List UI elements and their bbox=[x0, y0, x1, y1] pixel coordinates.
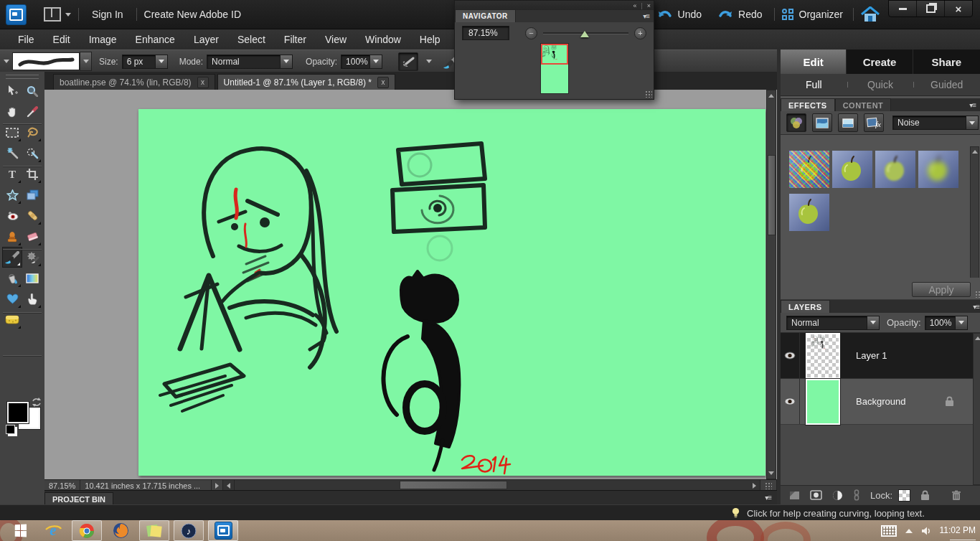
spot-healing-brush-tool[interactable] bbox=[22, 205, 42, 226]
eyedropper-tool[interactable] bbox=[22, 101, 42, 122]
edit-mode-guided[interactable]: Guided bbox=[913, 79, 980, 90]
horizontal-scrollbar[interactable] bbox=[235, 480, 749, 491]
brush-settings-dropdown[interactable] bbox=[423, 53, 435, 70]
apply-button[interactable]: Apply bbox=[912, 282, 971, 297]
tray-show-hidden-icon[interactable] bbox=[905, 529, 913, 533]
effect-thumb-noise[interactable] bbox=[789, 151, 829, 188]
resize-grip[interactable] bbox=[760, 480, 777, 491]
zoom-slider[interactable] bbox=[543, 32, 628, 34]
zoom-out-button[interactable]: − bbox=[525, 27, 537, 39]
document-tab-untitled1[interactable]: Untitled-1 @ 87.1% (Layer 1, RGB/8) * x bbox=[217, 74, 395, 90]
effects-scrollbar[interactable] bbox=[970, 146, 979, 290]
background-visibility-toggle[interactable] bbox=[781, 379, 800, 424]
background-thumbnail[interactable] bbox=[806, 379, 840, 425]
effect-thumb-original[interactable] bbox=[832, 151, 872, 188]
taskbar-firefox-icon[interactable] bbox=[106, 521, 135, 540]
canvas[interactable] bbox=[138, 109, 765, 476]
magic-wand-tool[interactable] bbox=[2, 143, 22, 164]
smart-brush-tool[interactable] bbox=[22, 247, 42, 268]
delete-layer-button[interactable] bbox=[951, 490, 961, 501]
document-tab-boatline[interactable]: boatline.pse @ 74.1% (lin, RGB/8) x bbox=[53, 74, 215, 90]
foreground-color-swatch[interactable] bbox=[7, 402, 29, 423]
paint-bucket-tool[interactable] bbox=[2, 268, 22, 288]
opacity-dropdown[interactable]: 100% bbox=[341, 55, 382, 69]
menu-enhance[interactable]: Enhance bbox=[126, 29, 184, 50]
arrange-button[interactable] bbox=[44, 7, 71, 22]
restore-button[interactable] bbox=[917, 1, 945, 17]
lock-transparency-button[interactable] bbox=[898, 489, 910, 502]
menu-file[interactable]: File bbox=[9, 29, 44, 50]
effects-category-dropdown[interactable]: Noise bbox=[892, 116, 979, 130]
menu-filter[interactable]: Filter bbox=[275, 29, 316, 50]
tray-volume-icon[interactable] bbox=[921, 526, 931, 536]
tab-edit[interactable]: Edit bbox=[781, 50, 846, 74]
shape-tool[interactable] bbox=[2, 288, 22, 309]
new-layer-button[interactable] bbox=[789, 491, 800, 500]
tab-create[interactable]: Create bbox=[846, 50, 912, 74]
navigator-collapse-icon[interactable]: « bbox=[633, 2, 636, 9]
layer1-thumbnail[interactable] bbox=[806, 333, 840, 379]
layer1-name[interactable]: Layer 1 bbox=[856, 350, 887, 361]
layer-row-background[interactable]: Background bbox=[781, 379, 974, 425]
status-options-arrow[interactable] bbox=[212, 480, 223, 491]
mode-dropdown[interactable]: Normal bbox=[207, 55, 293, 69]
panel-resize-grip[interactable] bbox=[975, 291, 980, 298]
navigator-resize-grip[interactable] bbox=[645, 90, 652, 98]
zoom-level-field[interactable]: 87.15% bbox=[44, 480, 80, 491]
tray-keyboard-icon[interactable] bbox=[881, 525, 897, 537]
smudge-tool[interactable] bbox=[22, 288, 42, 309]
redo-button[interactable]: Redo bbox=[717, 9, 762, 20]
navigator-viewport-rect[interactable] bbox=[541, 44, 568, 65]
navigator-panel-menu-icon[interactable]: ▾≡ bbox=[643, 12, 649, 20]
minimize-button[interactable] bbox=[889, 1, 917, 17]
gradient-tool[interactable] bbox=[22, 268, 42, 288]
lasso-tool[interactable] bbox=[22, 122, 42, 143]
new-adjustment-layer-button[interactable] bbox=[832, 490, 843, 501]
move-tool[interactable] bbox=[2, 80, 22, 101]
taskbar-pse-icon[interactable] bbox=[208, 520, 238, 541]
layers-scrollbar[interactable] bbox=[973, 333, 980, 485]
link-layers-button[interactable] bbox=[853, 489, 860, 501]
layers-panel-menu-icon[interactable]: ▾≡ bbox=[973, 303, 979, 311]
navigator-zoom-field[interactable]: 87.15% bbox=[462, 26, 509, 40]
background-name[interactable]: Background bbox=[856, 396, 905, 407]
eraser-tool[interactable] bbox=[22, 226, 42, 247]
menu-layer[interactable]: Layer bbox=[184, 29, 228, 50]
recompose-tool[interactable] bbox=[22, 184, 42, 205]
home-button[interactable] bbox=[861, 6, 880, 22]
tab-effects[interactable]: EFFECTS bbox=[781, 98, 835, 111]
tray-clock[interactable]: 11:02 PM bbox=[940, 526, 976, 535]
menu-image[interactable]: Image bbox=[80, 29, 126, 50]
brush-tool[interactable] bbox=[2, 247, 22, 268]
layer-row-layer1[interactable]: Layer 1 bbox=[781, 333, 974, 379]
airbrush-toggle[interactable] bbox=[398, 52, 418, 71]
navigator-panel[interactable]: « | × NAVIGATOR ▾≡ 87.15% − + bbox=[454, 0, 654, 100]
tab-layers[interactable]: LAYERS bbox=[781, 300, 830, 313]
menu-window[interactable]: Window bbox=[356, 29, 410, 50]
menu-help[interactable]: Help bbox=[410, 29, 450, 50]
tab-close-icon[interactable]: x bbox=[377, 77, 389, 88]
swap-colors-icon[interactable] bbox=[32, 397, 42, 407]
close-button[interactable]: × bbox=[945, 1, 972, 17]
blend-mode-dropdown[interactable]: Normal bbox=[786, 316, 880, 330]
organizer-button[interactable]: Organizer bbox=[782, 9, 843, 20]
crop-tool[interactable] bbox=[22, 164, 42, 184]
effect-thumb-soft[interactable] bbox=[789, 194, 829, 231]
taskbar-sticky-notes-icon[interactable] bbox=[139, 520, 169, 541]
menu-view[interactable]: View bbox=[316, 29, 356, 50]
effect-thumb-blur[interactable] bbox=[918, 151, 958, 188]
all-effects-fx-button[interactable]: fx bbox=[864, 113, 884, 132]
document-dimensions[interactable]: 10.421 inches x 17.715 inches ... bbox=[80, 480, 212, 491]
edit-mode-quick[interactable]: Quick bbox=[847, 79, 914, 90]
vertical-scrollbar[interactable] bbox=[766, 90, 776, 479]
photo-effects-category-button[interactable] bbox=[838, 113, 858, 132]
new-group-button[interactable] bbox=[810, 490, 822, 500]
undo-button[interactable]: Undo bbox=[657, 9, 702, 20]
red-eye-removal-tool[interactable] bbox=[2, 205, 22, 226]
size-dropdown[interactable]: 6 px bbox=[122, 55, 168, 69]
lock-all-button[interactable] bbox=[920, 490, 930, 501]
navigator-tab[interactable]: NAVIGATOR bbox=[455, 9, 516, 22]
navigator-close-icon[interactable]: × bbox=[647, 2, 651, 9]
default-colors-icon[interactable] bbox=[6, 425, 15, 434]
taskbar-itunes-icon[interactable]: ♪ bbox=[174, 520, 204, 541]
